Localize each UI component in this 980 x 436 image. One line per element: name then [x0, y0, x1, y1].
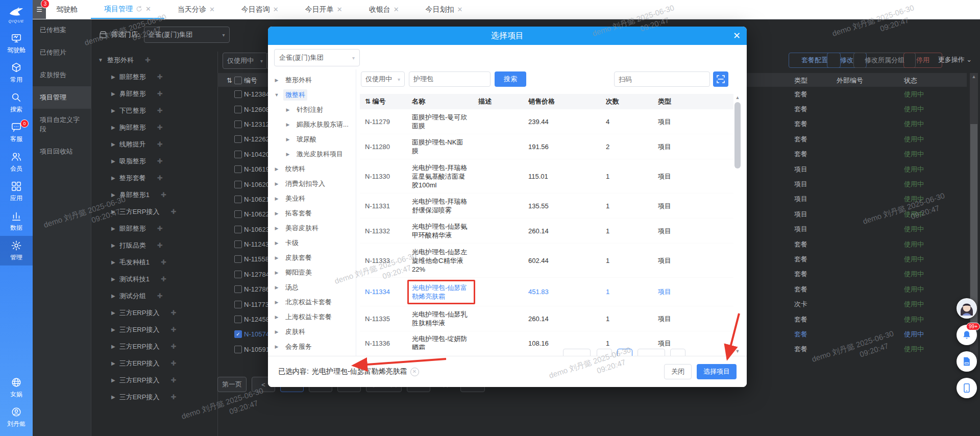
add-category-icon[interactable]: ✚ [161, 191, 166, 199]
add-category-icon[interactable]: ✚ [157, 140, 163, 148]
modal-tree-item[interactable]: ▶激光皮肤科项目 [268, 147, 356, 161]
modal-keyword-input[interactable] [409, 71, 491, 87]
sidebar-item-dashboard[interactable]: 驾驶舱 [0, 29, 33, 58]
modal-table-row[interactable]: N-11280面膜护理包-NK面膜191.562项目 [360, 134, 733, 159]
modal-tree-item[interactable]: ▶北京权益卡套餐 [268, 295, 356, 309]
tree-item[interactable]: ▶测试分组✚ [91, 287, 217, 304]
scrollbar-thumb[interactable] [970, 124, 977, 328]
assistant-avatar[interactable] [957, 298, 977, 319]
page-first-button[interactable]: 第一页 [217, 377, 247, 392]
add-category-icon[interactable]: ✚ [170, 309, 176, 317]
tab-今日咨询[interactable]: 今日咨询✕ [228, 0, 292, 19]
row-checkbox[interactable] [234, 297, 242, 311]
modal-table-row[interactable]: N-11332光电护理包-仙瑟氨甲环酸精华液260.141项目 [360, 219, 733, 244]
close-tab-icon[interactable]: ✕ [337, 6, 342, 13]
add-category-icon[interactable]: ✚ [157, 292, 163, 300]
tree-item[interactable]: ▶鼻部整形1✚ [91, 186, 217, 203]
modal-tree-item[interactable]: ▶美容皮肤科 [268, 221, 356, 235]
sidebar-item-user[interactable]: 刘丹懿 [0, 402, 33, 432]
sidebar-item-service[interactable]: 客服0 [0, 117, 33, 147]
modal-table-row[interactable]: N-11336光电护理包-绽妍防晒霜108.161项目 [360, 331, 733, 350]
modal-tree-item[interactable]: ▶卿阳壹美 [268, 265, 356, 280]
row-checkbox[interactable] [234, 87, 242, 102]
tree-item[interactable]: ▶测试科技1✚ [91, 271, 217, 287]
scan-button[interactable] [713, 71, 728, 87]
mobile-button[interactable] [957, 378, 977, 398]
modal-table-row[interactable]: N-11335光电护理包-仙瑟乳胜肽精华液260.141项目 [360, 306, 733, 331]
sidebar-item-common[interactable]: 常用 [0, 58, 33, 88]
modal-tree-item[interactable]: ▶汤总 [268, 280, 356, 295]
scroll-down-icon[interactable]: ▼ [733, 349, 742, 354]
modal-table-row[interactable]: N-11334光电护理包-仙瑟富勒烯亮肤霜451.831项目 [360, 278, 733, 306]
tree-item[interactable]: ▶眼部整形✚ [91, 68, 217, 85]
tab-今日划扣[interactable]: 今日划扣✕ [412, 0, 476, 19]
modal-table-row[interactable]: N-11330光电护理包-拜瑞格蓝星氨基酸洁面凝胶100ml115.011项目 [360, 159, 733, 193]
add-category-icon[interactable]: ✚ [170, 359, 176, 367]
search-button[interactable]: 搜索 [495, 71, 526, 87]
row-checkbox[interactable] [234, 177, 242, 191]
tree-item[interactable]: ▶三方ERP接入✚ [91, 203, 217, 220]
row-checkbox[interactable] [234, 222, 242, 237]
row-checkbox[interactable] [234, 312, 242, 327]
modal-table-row[interactable]: N-11331光电护理包-拜瑞格舒缓保湿喷雾135.551项目 [360, 193, 733, 219]
sidebar-item-项目回收站[interactable]: 项目回收站 [33, 140, 91, 163]
tree-item[interactable]: ▶吸脂整形✚ [91, 153, 217, 169]
tab-当天分诊[interactable]: 当天分诊✕ [164, 0, 228, 19]
row-checkbox[interactable] [234, 117, 242, 132]
modal-tree-item[interactable]: ▶会务服务 [268, 339, 356, 354]
org-select[interactable]: 企雀(厦门)集团 ▾ [274, 49, 360, 66]
modal-tree-item[interactable]: ▶整形外科 [268, 72, 356, 87]
tree-item[interactable]: ▶下巴整形✚ [91, 102, 217, 119]
sidebar-item-member[interactable]: 会员 [0, 147, 33, 177]
tree-item[interactable]: ▶眼部整形✚ [91, 220, 217, 237]
add-category-icon[interactable]: ✚ [170, 326, 176, 333]
modal-tree-item[interactable]: ▶卡级 [268, 235, 356, 250]
tree-item[interactable]: ▶三方ERP接入✚ [91, 338, 217, 355]
add-category-icon[interactable]: ✚ [157, 124, 163, 131]
toolbar-button-更多操作[interactable]: 更多操作 ⌄ [929, 53, 980, 67]
add-category-icon[interactable]: ✚ [157, 107, 163, 114]
modal-status-filter[interactable]: 仅使用中 ▾ [361, 71, 405, 87]
select-project-button[interactable]: 选择项目 [697, 364, 737, 379]
remove-selected-icon[interactable]: ✕ [410, 368, 419, 376]
add-category-icon[interactable]: ✚ [157, 174, 163, 182]
scroll-up-icon[interactable]: ▲ [970, 74, 978, 79]
row-checkbox[interactable] [234, 207, 242, 222]
scan-input[interactable] [614, 71, 710, 87]
select-all-checkbox[interactable] [234, 73, 242, 88]
tree-item[interactable]: ▶三方ERP接入✚ [91, 321, 217, 338]
row-checkbox[interactable] [234, 342, 242, 357]
sidebar-item-nuwa[interactable]: 女娲 [0, 373, 33, 402]
notifications-button[interactable]: 99+ [957, 325, 977, 345]
tab-项目管理[interactable]: 项目管理✕ [91, 0, 164, 19]
sidebar-item-皮肤报告[interactable]: 皮肤报告 [33, 64, 91, 86]
tree-item[interactable]: ▶打版品类✚ [91, 237, 217, 254]
tree-item[interactable]: ▶胸部整形✚ [91, 119, 217, 136]
sidebar-item-manage[interactable]: 管理 [0, 236, 33, 265]
tree-item[interactable]: ▶鼻部整形✚ [91, 85, 217, 102]
add-category-icon[interactable]: ✚ [145, 56, 151, 64]
modal-table-row[interactable]: N-11279面膜护理包-曼可欣面膜239.444项目 [360, 109, 733, 134]
add-category-icon[interactable]: ✚ [170, 393, 176, 401]
tree-item[interactable]: ▶三方ERP接入✚ [91, 389, 217, 405]
refresh-icon[interactable] [136, 6, 142, 12]
modal-table-row[interactable]: N-11333光电护理包-仙瑟左旋维他命C精华液22%602.441项目 [360, 244, 733, 278]
scrollbar-thumb[interactable] [734, 102, 741, 168]
modal-tree-item[interactable]: ▼微整科 [268, 87, 356, 102]
scroll-up-icon[interactable]: ▲ [733, 95, 742, 100]
modal-tree-item[interactable]: ▶针剂注射 [268, 102, 356, 117]
row-checkbox[interactable] [234, 102, 242, 116]
add-category-icon[interactable]: ✚ [161, 258, 166, 266]
sidebar-item-项目管理[interactable]: 项目管理 [33, 86, 91, 109]
tab-今日开单[interactable]: 今日开单✕ [292, 0, 356, 19]
sort-icon[interactable]: ⇅ [227, 73, 232, 88]
sidebar-item-data[interactable]: 数据 [0, 206, 33, 236]
row-checkbox[interactable] [234, 162, 242, 177]
tree-root[interactable]: ▼整形外科✚ [91, 52, 217, 68]
modal-tree-item[interactable]: ▶皮肤科 [268, 324, 356, 339]
sidebar-item-项目自定义字段[interactable]: 项目自定义字段 [33, 109, 91, 140]
modal-tree-item[interactable]: ▶消费划扣导入 [268, 176, 356, 191]
add-category-icon[interactable]: ✚ [157, 225, 163, 232]
modal-tree-item[interactable]: ▶纹绣科 [268, 161, 356, 176]
close-button[interactable]: 关闭 [664, 364, 692, 379]
